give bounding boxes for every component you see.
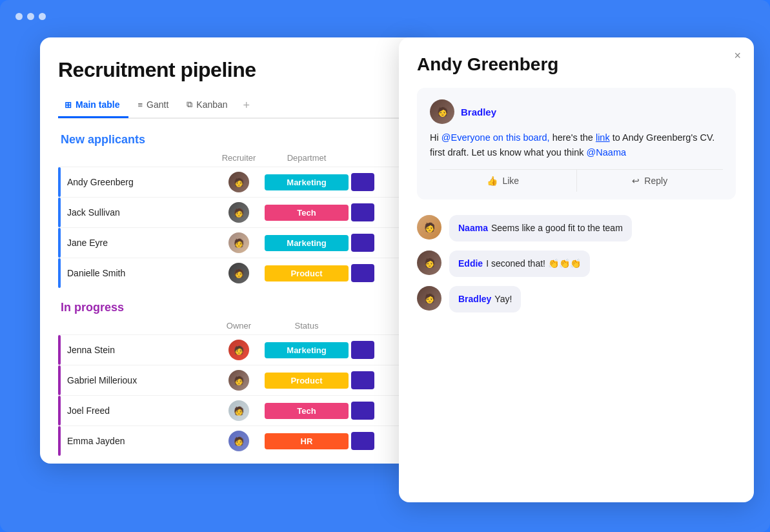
- applicant-name: Gabriel Millerioux: [58, 375, 213, 385]
- in-progress-title: In progress: [58, 301, 403, 314]
- extra-col: [351, 264, 374, 282]
- reply-avatar: 🧑: [417, 215, 441, 240]
- row-bar: [58, 258, 61, 288]
- owner-avatar: 🧑: [213, 340, 265, 360]
- table-row[interactable]: Gabriel Millerioux 🧑 Product: [58, 365, 403, 395]
- reply-avatar: 🧑: [417, 251, 441, 275]
- tab-kanban-label: Kanban: [196, 99, 227, 110]
- table-row[interactable]: Andy Greenberg 🧑 Marketing: [58, 167, 403, 197]
- reply-author: Naama: [458, 223, 488, 233]
- close-button[interactable]: ×: [734, 49, 741, 63]
- extra-col: [351, 234, 374, 252]
- window-dots: [15, 13, 46, 20]
- table-icon: ⊞: [65, 100, 72, 110]
- tab-main-table-label: Main table: [76, 99, 119, 110]
- owner-avatar: 🧑: [213, 431, 265, 451]
- like-icon: 👍: [487, 176, 498, 186]
- status-badge: HR: [265, 433, 349, 449]
- comment-link[interactable]: link: [596, 132, 610, 143]
- owner-avatar: 🧑: [213, 400, 265, 421]
- avatar: 🧑: [228, 263, 249, 283]
- extra-col: [351, 402, 374, 420]
- avatar: 🧑: [228, 202, 249, 223]
- dept-badge: Tech: [265, 205, 349, 221]
- recruiter-avatar: 🧑: [213, 263, 265, 283]
- recruiter-avatar: 🧑: [213, 172, 265, 192]
- reply-bubble: BradleyYay!: [449, 286, 521, 312]
- comment-author-name: Bradley: [461, 107, 496, 118]
- applicant-name: Emma Jayden: [58, 436, 213, 446]
- kanban-icon: ⧉: [187, 99, 192, 110]
- table-row[interactable]: Danielle Smith 🧑 Product: [58, 258, 403, 288]
- dept-badge: Marketing: [265, 235, 349, 251]
- reply-author: Eddie: [458, 258, 483, 269]
- extra-col: [351, 173, 374, 191]
- tab-kanban[interactable]: ⧉ Kanban: [180, 94, 236, 118]
- detail-panel: × Andy Greenberg 🧑 Bradley Hi @Everyone …: [399, 37, 754, 502]
- applicant-name: Andy Greenberg: [58, 177, 213, 187]
- reply-icon: ↩: [632, 176, 640, 186]
- comment-prefix: Hi: [430, 132, 441, 143]
- row-bar: [58, 335, 61, 365]
- add-tab-button[interactable]: +: [239, 94, 254, 118]
- table-row[interactable]: Emma Jayden 🧑 HR: [58, 425, 403, 456]
- row-bar: [58, 228, 61, 258]
- avatar: 🧑: [228, 232, 249, 253]
- in-progress-header: Owner Status: [58, 321, 403, 333]
- dot-1: [15, 13, 23, 20]
- reply-button[interactable]: ↩ Reply: [577, 170, 724, 192]
- applicant-name: Joel Freed: [58, 405, 213, 416]
- row-bar: [58, 396, 61, 425]
- dept-badge: Marketing: [265, 174, 349, 190]
- reply-avatar: 🧑: [417, 286, 441, 311]
- comment-card: 🧑 Bradley Hi @Everyone on this board, he…: [417, 88, 736, 200]
- comment-mention-everyone[interactable]: @Everyone on this board,: [441, 132, 550, 143]
- col-owner-header: Owner: [213, 321, 265, 331]
- reply-author: Bradley: [458, 294, 491, 304]
- page-title: Recruitment pipeline: [58, 58, 403, 82]
- tab-main-table[interactable]: ⊞ Main table: [58, 94, 128, 118]
- avatar: 🧑: [228, 400, 249, 421]
- avatar: 🧑: [228, 340, 249, 360]
- tab-gantt[interactable]: ≡ Gantt: [131, 94, 177, 118]
- reply-label: Reply: [644, 176, 667, 186]
- recruiter-avatar: 🧑: [213, 232, 265, 253]
- col-dept-header: Departmet: [265, 153, 349, 163]
- new-applicants-section: New applicants Recruiter Departmet Andy …: [58, 133, 403, 288]
- comment-middle: here's the: [550, 132, 596, 143]
- reply-bubble: EddieI seconed that! 👏👏👏: [449, 251, 590, 277]
- reply-text: I seconed that! 👏👏👏: [486, 258, 581, 269]
- table-row[interactable]: Jenna Stein 🧑 Marketing: [58, 334, 403, 365]
- row-bar: [58, 167, 61, 197]
- screen-background: Recruitment pipeline ⊞ Main table ≡ Gant…: [0, 0, 770, 532]
- reply-item: 🧑 BradleyYay!: [417, 286, 736, 312]
- status-badge: Tech: [265, 403, 349, 419]
- extra-col: [351, 371, 374, 389]
- row-bar: [58, 198, 61, 227]
- applicant-name: Jenna Stein: [58, 345, 213, 355]
- like-label: Like: [502, 176, 519, 186]
- applicant-name: Jane Eyre: [58, 238, 213, 248]
- extra-col: [351, 341, 374, 359]
- col-status-header: Status: [265, 321, 349, 331]
- dot-2: [27, 13, 34, 20]
- detail-person-name: Andy Greenberg: [417, 54, 736, 75]
- reply-item: 🧑 EddieI seconed that! 👏👏👏: [417, 251, 736, 277]
- reply-text: Seems like a good fit to the team: [491, 223, 623, 233]
- table-row[interactable]: Jane Eyre 🧑 Marketing: [58, 227, 403, 258]
- reply-bubble: NaamaSeems like a good fit to the team: [449, 215, 632, 241]
- dept-badge: Product: [265, 265, 349, 281]
- recruiter-avatar: 🧑: [213, 202, 265, 223]
- table-row[interactable]: Jack Sullivan 🧑 Tech: [58, 197, 403, 227]
- reply-text: Yay!: [494, 294, 512, 304]
- gantt-icon: ≡: [137, 100, 143, 110]
- like-button[interactable]: 👍 Like: [430, 170, 577, 192]
- comment-mention-naama[interactable]: @Naama: [587, 147, 626, 158]
- table-row[interactable]: Joel Freed 🧑 Tech: [58, 395, 403, 425]
- status-badge: Marketing: [265, 342, 349, 358]
- col-recruiter-header: Recruiter: [213, 153, 265, 163]
- comment-author-row: 🧑 Bradley: [430, 99, 723, 124]
- tab-gantt-label: Gantt: [147, 99, 168, 110]
- new-applicants-header: Recruiter Departmet: [58, 153, 403, 165]
- tabs-bar: ⊞ Main table ≡ Gantt ⧉ Kanban +: [58, 94, 403, 119]
